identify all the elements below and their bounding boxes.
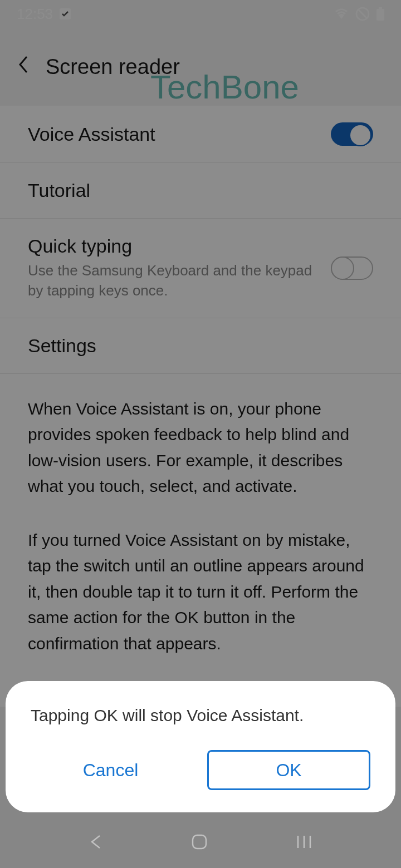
navigation-bar (0, 818, 401, 868)
cancel-button[interactable]: Cancel (31, 750, 190, 790)
dialog-message: Tapping OK will stop Voice Assistant. (31, 706, 370, 725)
nav-home-icon[interactable] (191, 834, 208, 852)
confirmation-dialog: Tapping OK will stop Voice Assistant. Ca… (6, 681, 395, 812)
nav-back-icon[interactable] (89, 834, 103, 852)
ok-button[interactable]: OK (207, 750, 370, 790)
nav-recents-icon[interactable] (296, 835, 312, 851)
svg-rect-5 (193, 835, 206, 849)
